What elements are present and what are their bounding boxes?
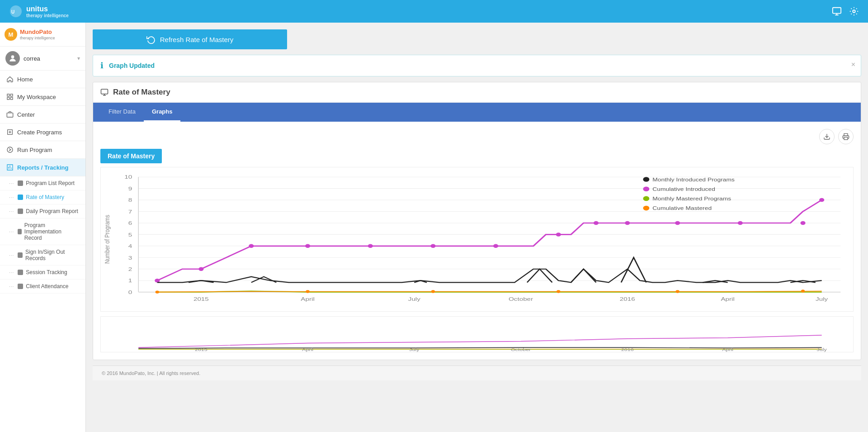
svg-point-79: [643, 186, 649, 191]
nav-sub-session[interactable]: ··· Session Tracking: [0, 266, 85, 280]
sub-grid-icon-5: [18, 270, 23, 275]
nav-sub-program-list[interactable]: ··· Program List Report: [0, 176, 85, 190]
secondary-chart: 2015 April July October 2016 April July: [100, 316, 854, 352]
nav-sub-signin[interactable]: ··· Sign In/Sign Out Records: [0, 245, 85, 266]
svg-rect-8: [10, 94, 13, 96]
tab-graphs[interactable]: Graphs: [144, 103, 181, 122]
nav-run-program[interactable]: Run Program: [0, 141, 85, 159]
download-button[interactable]: [819, 129, 835, 144]
nav-sub-signin-label: Sign In/Sign Out Records: [25, 249, 80, 261]
nav-sub-daily-report-label: Daily Program Report: [26, 208, 78, 214]
chevron-down-icon: ▾: [77, 55, 80, 62]
svg-text:July: July: [408, 296, 420, 302]
nav-sub-attendance-label: Client Attendance: [26, 283, 68, 290]
print-button[interactable]: [838, 129, 854, 144]
nav-home[interactable]: Home: [0, 71, 85, 88]
svg-point-62: [430, 244, 435, 248]
svg-text:4: 4: [128, 243, 132, 249]
alert-box: ℹ Graph Updated ×: [93, 55, 861, 76]
info-icon: ℹ: [100, 61, 104, 71]
sub-grid-icon-3: [18, 229, 22, 234]
svg-point-15: [7, 147, 13, 152]
create-programs-icon: [6, 128, 14, 136]
nav-workspace-label: My Workspace: [17, 94, 56, 100]
alert-close-button[interactable]: ×: [851, 61, 855, 69]
chart-toolbar: [100, 129, 854, 144]
svg-text:October: October: [509, 296, 533, 302]
card-title: Rate of Mastery: [113, 88, 170, 97]
svg-point-77: [643, 177, 649, 182]
svg-text:2016: 2016: [621, 347, 634, 352]
user-avatar: [5, 51, 20, 66]
nav-sub-session-label: Session Tracking: [26, 269, 67, 275]
reports-icon: [6, 164, 14, 171]
svg-text:July: July: [409, 347, 420, 352]
nav-sub-program-list-label: Program List Report: [26, 180, 74, 186]
svg-text:Cumulative Mastered: Cumulative Mastered: [652, 206, 712, 211]
svg-text:9: 9: [128, 186, 132, 192]
home-icon: [6, 76, 14, 83]
monitor-icon[interactable]: [832, 6, 842, 16]
nav-center[interactable]: Center: [0, 106, 85, 123]
svg-text:July: July: [817, 347, 827, 352]
workspace-icon: [6, 93, 14, 100]
svg-text:Monthly Mastered Programs: Monthly Mastered Programs: [652, 196, 731, 202]
nav-sub-daily-report[interactable]: ··· Daily Program Report: [0, 204, 85, 218]
nav-create-programs[interactable]: Create Programs: [0, 123, 85, 141]
sub-grid-icon-1: [18, 195, 23, 200]
user-name: correa: [24, 55, 74, 62]
footer: © 2016 MundoPato, Inc. | All rights rese…: [93, 366, 861, 380]
settings-icon[interactable]: [849, 6, 859, 16]
nav-sub-rate-mastery-label: Rate of Mastery: [26, 194, 64, 200]
svg-text:2016: 2016: [620, 296, 635, 302]
svg-text:3: 3: [128, 255, 132, 261]
sidebar-user[interactable]: correa ▾: [0, 47, 85, 71]
svg-rect-7: [7, 94, 9, 96]
svg-text:2: 2: [128, 266, 132, 272]
svg-text:April: April: [301, 296, 314, 302]
svg-text:10: 10: [124, 174, 132, 180]
nav-sub-pir[interactable]: ··· Program Implementation Record: [0, 218, 85, 245]
svg-point-63: [493, 244, 498, 248]
brand-name: MundoPato: [20, 28, 55, 36]
svg-point-69: [801, 221, 806, 225]
nav-workspace[interactable]: My Workspace: [0, 88, 85, 106]
tabs-bar: Filter Data Graphs: [93, 103, 861, 122]
svg-point-76: [801, 290, 805, 292]
svg-text:April: April: [722, 347, 733, 352]
svg-rect-10: [10, 97, 13, 100]
chart-title-badge: Rate of Mastery: [100, 149, 162, 163]
svg-text:Monthly Introduced Programs: Monthly Introduced Programs: [652, 177, 735, 182]
refresh-button-label: Refresh Rate of Mastery: [160, 36, 234, 43]
nav-reports-tracking[interactable]: Reports / Tracking: [0, 159, 85, 176]
nav-sub-attendance[interactable]: ··· Client Attendance: [0, 280, 85, 294]
rate-of-mastery-card: Rate of Mastery Filter Data Graphs: [93, 82, 861, 360]
sidebar: M MundoPato therapy intelligence correa …: [0, 23, 86, 432]
sub-grid-icon-2: [18, 209, 23, 214]
svg-point-64: [556, 233, 561, 236]
nav-sub-rate-mastery[interactable]: ··· Rate of Mastery: [0, 190, 85, 204]
svg-point-71: [156, 290, 159, 293]
chart-container: 0 1 2 3 4 5 6 7 8 9 10 Number of Program…: [100, 167, 854, 312]
svg-point-74: [557, 290, 560, 293]
svg-point-57: [155, 279, 160, 282]
avatar-icon: [8, 54, 17, 63]
svg-point-81: [643, 196, 649, 201]
svg-text:1: 1: [128, 278, 132, 284]
top-bar: U unitus therapy intelligence: [0, 0, 868, 23]
svg-text:April: April: [721, 296, 734, 302]
refresh-rate-mastery-button[interactable]: Refresh Rate of Mastery: [93, 29, 287, 49]
svg-point-5: [853, 10, 855, 13]
svg-text:Cumulative Introduced: Cumulative Introduced: [652, 186, 715, 192]
top-bar-actions: [832, 6, 859, 16]
footer-text: © 2016 MundoPato, Inc. | All rights rese…: [102, 370, 200, 376]
tab-graphs-label: Graphs: [152, 108, 173, 115]
svg-rect-2: [833, 8, 841, 14]
svg-point-6: [11, 55, 14, 58]
nav-center-label: Center: [17, 111, 35, 118]
tab-filter-data-label: Filter Data: [108, 108, 136, 115]
svg-text:October: October: [511, 347, 531, 352]
run-program-icon: [6, 146, 14, 153]
tab-filter-data[interactable]: Filter Data: [100, 103, 144, 122]
svg-text:Number of Programs: Number of Programs: [104, 215, 111, 264]
